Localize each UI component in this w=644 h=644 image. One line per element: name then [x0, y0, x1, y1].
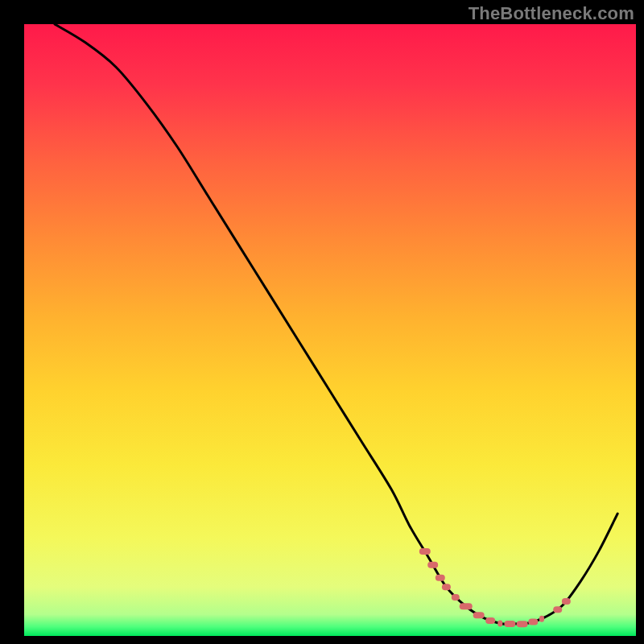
- figure-root: TheBottleneck.com: [0, 0, 644, 644]
- plot-gradient-area: [24, 24, 636, 636]
- watermark-text: TheBottleneck.com: [469, 3, 634, 24]
- chart-svg: [0, 0, 644, 644]
- svg-rect-12: [539, 616, 544, 622]
- svg-rect-14: [562, 598, 571, 605]
- svg-rect-11: [528, 619, 538, 625]
- svg-rect-8: [497, 620, 502, 626]
- svg-rect-3: [442, 584, 451, 590]
- svg-rect-9: [504, 621, 515, 627]
- svg-rect-13: [553, 606, 562, 613]
- svg-rect-5: [460, 603, 473, 609]
- svg-rect-1: [427, 562, 438, 568]
- svg-rect-0: [419, 548, 431, 555]
- svg-rect-10: [517, 621, 528, 627]
- svg-rect-2: [436, 575, 445, 581]
- svg-rect-7: [485, 617, 495, 624]
- svg-rect-6: [473, 612, 485, 618]
- svg-rect-4: [452, 594, 460, 601]
